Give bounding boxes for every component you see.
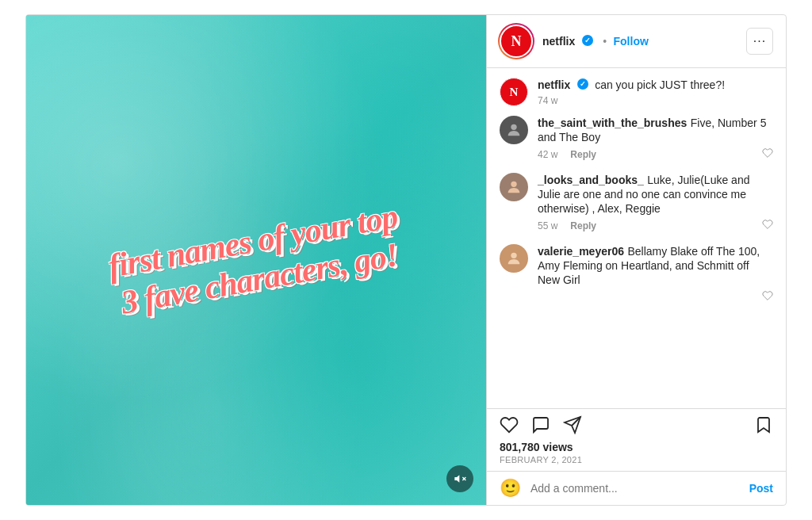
comment-time-1: 42 w [538, 149, 557, 160]
comment-row: the_saint_with_the_brushes Five, Number … [500, 116, 773, 162]
header-username-area: netflix • Follow [542, 34, 649, 48]
post-date: FEBRUARY 2, 2021 [487, 455, 786, 471]
heart-icon [500, 415, 519, 434]
actions-bar [487, 408, 786, 438]
add-comment-bar: 🙂 Post [487, 471, 786, 505]
comment-content-2: _looks_and_books_ Luke, Julie(Luke and J… [538, 173, 773, 233]
dot-separator: • [603, 35, 607, 48]
bookmark-icon [754, 415, 773, 434]
mute-button[interactable] [446, 465, 473, 492]
comment-avatar-1 [500, 116, 528, 144]
bookmark-button[interactable] [754, 415, 773, 434]
post-image: first names of your top 3 fave character… [26, 15, 486, 505]
comment-icon [531, 415, 550, 434]
caption-username: netflix [538, 78, 570, 91]
heart-icon-3 [762, 290, 773, 301]
svg-point-2 [511, 124, 516, 130]
like-button[interactable] [500, 415, 519, 434]
caption-time: 74 w [538, 95, 557, 106]
comment-like-1[interactable] [762, 147, 773, 162]
svg-point-4 [511, 253, 516, 258]
comment-meta-3 [538, 290, 773, 304]
comment-meta-2: 55 w Reply [538, 219, 773, 233]
comments-area: N netflix can you pick JUST three?! 74 w [487, 68, 786, 408]
comment-meta-1: 42 w Reply [538, 147, 773, 162]
user-icon-1 [505, 121, 523, 139]
comment-avatar-3 [500, 244, 528, 273]
comment-time-2: 55 w [538, 220, 557, 231]
comment-like-3[interactable] [762, 290, 773, 304]
comment-content-3: valerie_meyer06 Bellamy Blake off The 10… [538, 244, 773, 304]
comment-content-1: the_saint_with_the_brushes Five, Number … [538, 116, 773, 162]
comment-username-3: valerie_meyer06 [538, 245, 624, 258]
share-button[interactable] [563, 415, 582, 434]
views-count: 801,780 views [487, 438, 786, 455]
user-icon-2 [505, 178, 523, 196]
heart-icon-1 [762, 147, 773, 159]
mute-icon [454, 472, 466, 485]
send-icon [563, 415, 582, 434]
comment-button[interactable] [531, 415, 550, 434]
post-sidebar: N netflix • Follow ··· N netflix can you… [486, 15, 786, 505]
verified-badge [582, 35, 593, 46]
caption-avatar: N [500, 78, 528, 106]
caption-verified [577, 78, 588, 90]
caption-content: netflix can you pick JUST three?! 74 w [538, 78, 773, 106]
caption-block: N netflix can you pick JUST three?! 74 w [500, 78, 773, 106]
comment-reply-1[interactable]: Reply [570, 149, 596, 160]
emoji-button[interactable]: 🙂 [500, 478, 521, 499]
post-comment-button[interactable]: Post [749, 482, 773, 495]
comment-avatar-2 [500, 173, 528, 201]
more-options-button[interactable]: ··· [746, 28, 773, 55]
action-icons [500, 415, 773, 434]
follow-button[interactable]: Follow [614, 35, 649, 48]
comment-row: _looks_and_books_ Luke, Julie(Luke and J… [500, 173, 773, 233]
post-header: N netflix • Follow ··· [487, 15, 786, 68]
svg-point-3 [511, 182, 516, 187]
comment-reply-2[interactable]: Reply [570, 220, 596, 231]
header-avatar: N [500, 25, 533, 58]
comment-input[interactable] [530, 482, 740, 495]
comment-username-2: _looks_and_books_ [538, 174, 644, 186]
caption-text: can you pick JUST three?! [595, 78, 725, 91]
caption-meta: 74 w [538, 95, 773, 106]
header-avatar-wrapper: N [500, 25, 533, 58]
header-username: netflix [542, 35, 575, 48]
comment-username-1: the_saint_with_the_brushes [538, 117, 687, 129]
heart-icon-2 [762, 219, 773, 230]
comment-like-2[interactable] [762, 219, 773, 233]
comment-row: valerie_meyer06 Bellamy Blake off The 10… [500, 244, 773, 304]
user-icon-3 [505, 250, 523, 267]
post-container: first names of your top 3 fave character… [25, 14, 787, 506]
